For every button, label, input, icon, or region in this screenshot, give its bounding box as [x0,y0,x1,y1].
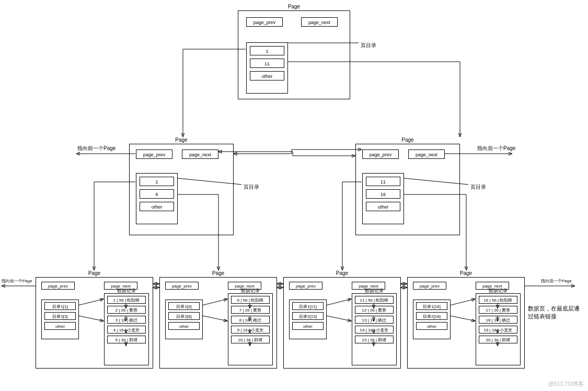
dir-slot: other [250,71,284,80]
record-row: 10 | 36 | 郭靖 [231,336,270,343]
dir-entry: 目录2[3] [44,312,76,320]
dir-entry: other [168,322,200,330]
dir-entry: other [44,322,76,330]
records-label: 数据记录 [105,286,148,295]
page-title: Page [401,137,413,143]
page-prev-button[interactable]: page_prev [246,17,283,27]
dir-slot: 16 [366,189,400,199]
page-prev-button[interactable]: page_prev [165,282,199,290]
next-ptr-label: 指向后一个Page [541,278,572,284]
dir-label: 页目录 [470,183,486,191]
records-box: 数据记录 16 | 56 | 欧阳锋 17 | 26 | 黄蓉 18 | 18 … [476,293,521,365]
dir-box: 11 16 other [362,173,404,224]
page-prev-button[interactable]: page_prev [136,150,172,159]
dir-label: 页目录 [361,42,376,49]
record-row: 4 | 16 | 小龙女 [107,326,146,334]
dir-entry: 目录1[11] [292,302,324,310]
leaf-dir-box: 目录1[11] 目录2[13] other [289,300,327,339]
records-label: 数据记录 [228,286,272,295]
prev-ptr-label: 指向前一个Page [2,278,32,284]
mid-page-left: Page page_prev page_next 1 6 other [129,144,234,235]
page-prev-button[interactable]: page_prev [41,282,75,290]
record-row: 5 | 36 | 郭靖 [107,336,146,343]
records-box: 数据记录 11 | 56 | 欧阳锋 12 | 26 | 黄蓉 13 | 18 … [352,293,397,365]
record-row: 8 | 18 | 杨过 [231,316,270,324]
records-label: 数据记录 [476,286,520,295]
page-prev-button[interactable]: page_prev [362,150,399,159]
leaf-page-3: Page page_prev page_next 目录1[11] 目录2[13]… [283,277,401,369]
record-row: 1 | 56 | 欧阳锋 [107,296,146,304]
page-title: Page [336,270,348,276]
dir-entry: other [416,322,447,330]
dir-entry: 目录1[1] [44,302,76,310]
records-box: 数据记录 1 | 56 | 欧阳锋 2 | 26 | 黄蓉 3 | 18 | 杨… [104,293,149,365]
record-row: 11 | 56 | 欧阳锋 [355,296,394,304]
dir-box: 1 6 other [136,173,178,224]
leaf-page-2: Page page_prev page_next 目录1[6] 目录2[8] o… [159,277,277,369]
record-row: 17 | 26 | 黄蓉 [479,306,517,314]
dir-entry: 目录1[6] [168,302,200,310]
record-row: 7 | 26 | 黄蓉 [231,306,270,314]
record-row: 19 | 16 | 小龙女 [479,326,517,334]
records-label: 数据记录 [352,286,396,295]
prev-ptr-label: 指向前一个Page [77,145,116,152]
page-prev-button[interactable]: page_prev [413,282,446,290]
records-box: 数据记录 6 | 56 | 欧阳锋 7 | 26 | 黄蓉 8 | 18 | 杨… [228,293,273,365]
record-row: 13 | 18 | 杨过 [355,316,394,324]
page-title: Page [212,270,224,276]
leaf-note: 数据页，在最底层通过链表链接 [528,305,580,321]
page-title: Page [288,4,300,9]
dir-slot: other [366,202,400,211]
mid-page-right: Page page_prev page_next 11 16 other [355,144,460,235]
record-row: 16 | 56 | 欧阳锋 [479,296,517,304]
record-row: 12 | 26 | 黄蓉 [355,306,394,314]
page-next-button[interactable]: page_next [182,150,218,159]
next-ptr-label: 指向后一个Page [477,145,515,152]
record-row: 14 | 16 | 小龙女 [355,326,394,334]
leaf-page-1: Page page_prev page_next 目录1[1] 目录2[3] o… [36,277,153,369]
record-row: 3 | 18 | 杨过 [107,316,146,324]
page-next-button[interactable]: page_next [408,150,445,159]
record-row: 9 | 16 | 小龙女 [231,326,270,334]
record-row: 18 | 18 | 杨过 [479,316,517,324]
page-prev-button[interactable]: page_prev [289,282,322,290]
page-title: Page [460,270,472,276]
leaf-dir-box: 目录1[1] 目录2[3] other [41,300,79,339]
watermark: @51CTO博客 [548,380,584,388]
dir-entry: 目录1[16] [416,302,447,310]
dir-slot: 6 [140,189,174,199]
root-page: Page page_prev page_next 1 11 other [238,10,350,99]
dir-entry: 目录2[8] [168,312,200,320]
page-title: Page [175,137,187,143]
leaf-page-4: Page page_prev page_next 目录1[16] 目录2[18]… [407,277,525,369]
dir-label: 页目录 [244,183,259,191]
dir-entry: other [292,322,324,330]
root-dir-box: 1 11 other [246,42,288,94]
dir-slot: 11 [250,59,284,68]
dir-entry: 目录2[18] [416,312,447,320]
dir-slot: 1 [250,46,284,55]
dir-slot: other [140,202,174,211]
dir-slot: 1 [140,177,174,186]
record-row: 20 | 36 | 郭靖 [479,336,517,343]
leaf-dir-box: 目录1[16] 目录2[18] other [413,300,451,339]
record-row: 2 | 26 | 黄蓉 [107,306,146,314]
page-next-button[interactable]: page_next [301,17,338,27]
leaf-dir-box: 目录1[6] 目录2[8] other [165,300,203,339]
dir-slot: 11 [366,177,400,186]
record-row: 6 | 56 | 欧阳锋 [231,296,270,304]
page-title: Page [88,270,100,276]
dir-entry: 目录2[13] [292,312,324,320]
record-row: 15 | 36 | 郭靖 [355,336,394,343]
